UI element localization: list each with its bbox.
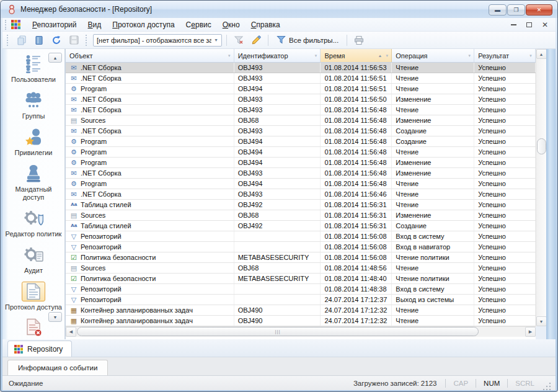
cell-text: Успешно (478, 252, 506, 262)
refresh-button[interactable] (49, 33, 64, 47)
scroll-right-button[interactable]: ▶ (525, 327, 536, 337)
minimize-button[interactable]: ▬ (489, 4, 507, 16)
cell-object: ⚙Program (66, 136, 234, 146)
title-bar[interactable]: Менеджер безопасности - [Repository] ▬ ❐… (1, 1, 557, 18)
cell-text: .NET Сборка (81, 189, 122, 199)
edit-filter-button[interactable] (249, 33, 264, 47)
sidebar-item-policy-editor[interactable]: Редактор политик (4, 208, 63, 238)
filter-arrow-icon[interactable]: ▼ (385, 54, 389, 58)
sidebar-scroll-up-button[interactable]: ▲ (48, 53, 62, 63)
table-row[interactable]: ✉.NET СборкаOBJ49301.08.2014 11:56:48Чте… (66, 105, 536, 115)
cell-text: .NET Сборка (81, 94, 122, 104)
table-row[interactable]: ▤SourcesOBJ6801.08.2014 11:48:56ЧтениеУс… (66, 263, 536, 274)
horizontal-scroll-thumb[interactable]: ||| (77, 327, 479, 336)
table-row[interactable]: ⚙ProgramOBJ49401.08.2014 11:56:48ЧтениеУ… (66, 179, 536, 189)
menu-access-log[interactable]: Протокол доступа (107, 19, 180, 30)
table-row[interactable]: ▦Контейнер запланированных задачOBJ49024… (66, 316, 536, 326)
table-row[interactable]: ✉.NET СборкаOBJ49301.08.2014 11:56:50Изм… (66, 94, 536, 105)
scroll-left-button[interactable]: ◀ (66, 327, 76, 337)
all-filters-button[interactable]: Все фильтры... (273, 33, 342, 47)
sidebar-item-privileges[interactable]: Привилегии (4, 127, 63, 157)
horizontal-scrollbar[interactable]: ◀ ||| ▶ (66, 326, 536, 337)
vertical-scroll-thumb[interactable] (537, 138, 546, 154)
table-row[interactable]: ⚙ProgramOBJ49401.08.2014 11:56:48Создани… (66, 136, 536, 147)
table-row[interactable]: ☑Политика безопасностиMETABASESECURITY01… (66, 274, 536, 284)
repository-icon: ▽ (69, 295, 78, 304)
column-header-id[interactable]: Идентификатор▼ (234, 49, 321, 62)
table-row[interactable]: ✉.NET СборкаOBJ49301.08.2014 11:56:48Изм… (66, 168, 536, 179)
cell-result: Успешно (474, 73, 536, 83)
table-row[interactable]: AaТаблица стилейOBJ49201.08.2014 11:56:3… (66, 200, 536, 210)
mdi-restore-icon[interactable] (526, 22, 532, 27)
menu-help[interactable]: Справка (246, 19, 286, 30)
table-row[interactable]: AaТаблица стилейOBJ49201.08.2014 11:56:3… (66, 221, 536, 231)
table-row[interactable]: ▽Репозиторий01.08.2014 11:56:08Вход в на… (66, 242, 536, 252)
scroll-up-button[interactable]: ▲ (536, 49, 547, 59)
menu-view[interactable]: Вид (82, 19, 107, 30)
tab-event-info[interactable]: Информация о событии (7, 360, 108, 375)
menubar-grip[interactable] (5, 20, 8, 30)
navigator-button[interactable] (32, 33, 46, 47)
table-row[interactable]: ⚙ProgramOBJ49401.08.2014 11:56:51ЧтениеУ… (66, 84, 536, 94)
menu-service[interactable]: Сервис (180, 19, 217, 30)
filter-dropdown-value: [нет фильтра] - отображаются все записи (97, 37, 211, 44)
table-row[interactable]: ⚙ProgramOBJ49401.08.2014 11:56:48Изменен… (66, 158, 536, 168)
table-row[interactable]: ▽Репозиторий24.07.2014 17:12:37Выход из … (66, 295, 536, 305)
sidebar-item-mandatory-access[interactable]: Мандатный доступ (4, 164, 63, 202)
toolbar-grip2[interactable] (86, 35, 89, 46)
table-row[interactable]: ▤SourcesOBJ6801.08.2014 11:56:31Изменени… (66, 210, 536, 221)
cell-result: Успешно (474, 231, 536, 241)
menu-repository[interactable]: Репозиторий (27, 19, 82, 30)
cell-id: OBJ494 (234, 158, 321, 167)
table-row[interactable]: ▤SourcesOBJ6801.08.2014 11:56:48Изменени… (66, 115, 536, 126)
filter-arrow-icon[interactable]: ▼ (228, 54, 231, 58)
table-row[interactable]: ✉.NET СборкаOBJ49301.08.2014 11:56:48Соз… (66, 126, 536, 136)
cell-id: OBJ492 (234, 200, 321, 210)
table-row[interactable]: ☑Политика безопасностиMETABASESECURITY01… (66, 252, 536, 263)
table-row[interactable]: ▽Репозиторий01.08.2014 11:48:38Вход в си… (66, 284, 536, 295)
cell-text: .NET Сборка (81, 63, 122, 73)
print-button[interactable] (352, 33, 366, 47)
sidebar-item-access-log[interactable]: Протокол доступа (4, 282, 63, 311)
triangle-up-icon: ▲ (539, 52, 544, 56)
column-header-object[interactable]: Объект▼ (66, 49, 234, 62)
table-row[interactable]: ▦Контейнер запланированных задачOBJ49024… (66, 305, 536, 316)
cell-time: 01.08.2014 11:56:08 (321, 231, 392, 241)
save-button[interactable] (66, 33, 81, 47)
repository-icon: ▽ (69, 232, 78, 241)
sort-ascending-icon: ▲ (378, 54, 382, 58)
mdi-minimize-icon[interactable] (511, 24, 516, 25)
table-row[interactable]: ✉.NET СборкаOBJ49301.08.2014 11:56:51Чте… (66, 73, 536, 84)
column-header-result[interactable]: Результат▼ (474, 49, 536, 62)
resize-grip[interactable] (543, 381, 552, 390)
vertical-scrollbar[interactable]: ▲ ▼ (536, 49, 546, 326)
sidebar-scroll-down-button[interactable]: ▼ (48, 312, 62, 322)
cell-time: 01.08.2014 11:48:40 (321, 274, 392, 283)
filter-arrow-icon[interactable]: ▼ (314, 54, 317, 58)
column-header-operation[interactable]: Операция▼ (392, 49, 474, 62)
filter-dropdown[interactable]: [нет фильтра] - отображаются все записи … (93, 34, 222, 47)
filter-arrow-icon[interactable]: ▼ (467, 54, 471, 58)
clear-filter-button[interactable] (231, 33, 246, 47)
scroll-down-button[interactable]: ▼ (536, 316, 547, 326)
sidebar-item-groups[interactable]: Группы (4, 91, 63, 120)
cell-text: Успешно (478, 221, 506, 231)
cell-text: Program (81, 179, 107, 189)
sidebar-item-audit[interactable]: Аудит (4, 245, 63, 275)
table-row[interactable]: ✉.NET СборкаOBJ49301.08.2014 11:56:53Чте… (66, 63, 536, 73)
maximize-button[interactable]: ❐ (507, 4, 525, 16)
cell-result: Успешно (474, 147, 536, 157)
toolbar-grip[interactable] (7, 35, 10, 46)
column-header-time[interactable]: Время▲▼ (321, 49, 392, 62)
table-row[interactable]: ▽Репозиторий01.08.2014 11:56:08Вход в си… (66, 231, 536, 242)
cell-text: OBJ492 (238, 200, 263, 210)
table-row[interactable]: ✉.NET СборкаOBJ49301.08.2014 11:56:46Чте… (66, 189, 536, 200)
menu-window[interactable]: Окно (217, 19, 246, 30)
tab-repository[interactable]: Repository (7, 341, 72, 357)
mdi-close-icon[interactable]: ✕ (542, 22, 548, 28)
close-button[interactable]: ✕ (526, 4, 552, 16)
copy-button[interactable] (14, 33, 29, 47)
table-row[interactable]: ⚙ProgramOBJ49401.08.2014 11:56:48ЧтениеУ… (66, 147, 536, 158)
cell-id: OBJ68 (234, 263, 321, 273)
filter-arrow-icon[interactable]: ▼ (529, 54, 533, 58)
